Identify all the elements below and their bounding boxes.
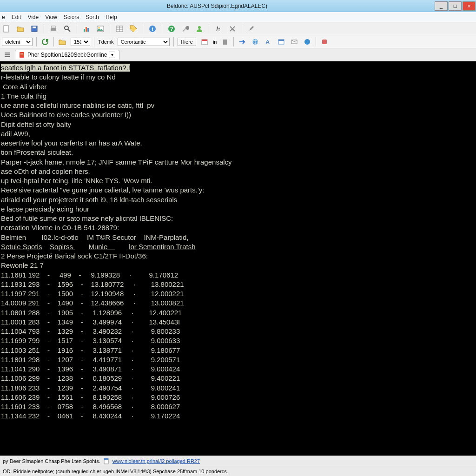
arrow-icon[interactable] <box>238 37 247 46</box>
image-icon[interactable] <box>96 24 105 33</box>
web-icon[interactable] <box>303 37 312 46</box>
info-icon[interactable]: i <box>148 24 157 33</box>
separator <box>316 37 316 46</box>
svg-point-5 <box>65 26 68 30</box>
svg-text:t: t <box>218 27 220 32</box>
tag-icon[interactable] <box>129 24 138 33</box>
font-select[interactable]: Cerortantic <box>118 38 170 46</box>
doc-icon <box>103 458 110 464</box>
svg-point-20 <box>198 26 201 29</box>
delete-icon[interactable] <box>228 24 237 33</box>
mail-icon[interactable] <box>290 37 299 46</box>
menu-item[interactable]: e <box>2 14 5 20</box>
separator <box>143 24 143 33</box>
label: in <box>213 39 217 45</box>
svg-rect-39 <box>20 52 24 58</box>
trash-icon[interactable] <box>220 37 230 46</box>
label: Tdemk <box>98 39 114 45</box>
svg-rect-40 <box>20 53 23 53</box>
tab-close-button[interactable]: ▾ <box>109 52 115 58</box>
separator <box>110 24 110 33</box>
separator <box>77 24 77 33</box>
svg-rect-43 <box>104 458 108 460</box>
window-controls: _ □ × <box>434 1 476 11</box>
separator <box>173 37 174 46</box>
window-title: Beldonc: AUSPcI Sdipioh.EgridALALEC) <box>0 3 434 9</box>
status-text: py Deer Simaplen Chasp Phe Lten Spohts. <box>3 458 100 464</box>
menu-item[interactable]: Vide <box>27 14 39 20</box>
wrench-icon[interactable] <box>181 24 190 33</box>
tab-label: Pher Spoftion1620Sebi:Gomline <box>27 52 107 58</box>
svg-text:I: I <box>216 25 218 33</box>
refresh-icon[interactable] <box>40 37 50 46</box>
menu-item[interactable]: Viow <box>45 14 57 20</box>
list-icon[interactable] <box>3 50 12 60</box>
help-icon[interactable]: ? <box>167 24 176 33</box>
text-icon[interactable]: It <box>214 24 223 33</box>
svg-text:A: A <box>265 39 270 46</box>
svg-rect-4 <box>52 26 55 28</box>
separator <box>162 24 162 33</box>
separator <box>44 24 44 33</box>
svg-rect-41 <box>20 54 23 54</box>
user-icon[interactable] <box>195 24 204 33</box>
status-text: OD. Riddale neltpotce; (caurh reguled ch… <box>3 469 228 474</box>
minimize-button[interactable]: _ <box>435 1 448 11</box>
separator <box>233 37 234 46</box>
svg-rect-26 <box>202 40 207 41</box>
mode-select[interactable]: oleleni <box>2 38 33 46</box>
menu-item[interactable]: Sorth <box>86 14 99 20</box>
separator <box>36 37 37 46</box>
svg-rect-0 <box>4 26 8 32</box>
table-icon[interactable] <box>115 24 124 33</box>
statusbar-1: py Deer Simaplen Chasp Phe Lten Spohts. … <box>0 456 476 466</box>
separator <box>53 37 54 46</box>
titlebar: Beldonc: AUSPcI Sdipioh.EgridALALEC) _ □… <box>0 0 476 12</box>
brush-icon[interactable] <box>247 24 256 33</box>
svg-rect-8 <box>86 27 87 32</box>
separator <box>209 24 209 33</box>
svg-text:i: i <box>152 26 153 32</box>
svg-rect-2 <box>33 26 36 28</box>
app-icon[interactable] <box>320 37 329 46</box>
here-button[interactable]: Hiere <box>178 38 196 46</box>
open-icon[interactable] <box>16 24 25 33</box>
close-button[interactable]: × <box>463 1 476 11</box>
menu-item[interactable]: Sciors <box>64 14 79 20</box>
zoom-select[interactable]: 150 <box>71 38 90 46</box>
statusbar-2: OD. Riddale neltpotce; (caurh reguled ch… <box>0 466 476 476</box>
folder-icon[interactable] <box>58 37 67 46</box>
toolbar-secondary: oleleni 150 Tdemk Cerortantic Hiere in A <box>0 35 476 48</box>
menubar: e Edit Vide Viow Sciors Sorth Help <box>0 12 476 22</box>
separator <box>242 24 242 33</box>
tab-active[interactable]: Pher Spoftion1620Sebi:Gomline ▾ <box>15 50 119 60</box>
svg-rect-32 <box>278 40 284 41</box>
status-link[interactable]: www.nloleer.tn.prinal/l2 pollaged RR27 <box>112 458 200 464</box>
menu-item[interactable]: Edit <box>12 14 21 20</box>
search-icon[interactable] <box>63 24 72 33</box>
separator <box>94 37 94 46</box>
terminal-output[interactable]: seatles lglh a fanot in STTATS taflation… <box>0 61 476 456</box>
svg-rect-9 <box>87 28 89 32</box>
print-icon[interactable] <box>49 24 58 33</box>
window-icon[interactable] <box>277 37 286 46</box>
tabbar: Pher Spoftion1620Sebi:Gomline ▾ <box>0 48 476 61</box>
svg-text:?: ? <box>170 26 173 32</box>
toolbar-main: i ? It <box>0 22 476 35</box>
menu-item[interactable]: Help <box>106 14 117 20</box>
chart-icon[interactable] <box>82 24 91 33</box>
font-icon[interactable]: A <box>264 37 273 46</box>
svg-rect-7 <box>84 29 85 32</box>
svg-rect-3 <box>51 28 56 31</box>
doc-icon <box>19 52 26 58</box>
new-icon[interactable] <box>2 24 11 33</box>
calendar-icon[interactable] <box>200 37 209 46</box>
svg-rect-35 <box>322 40 327 44</box>
maximize-button[interactable]: □ <box>449 1 462 11</box>
svg-point-34 <box>304 39 310 45</box>
save-icon[interactable] <box>30 24 39 33</box>
globe-icon[interactable] <box>251 37 260 46</box>
svg-line-6 <box>68 29 70 32</box>
